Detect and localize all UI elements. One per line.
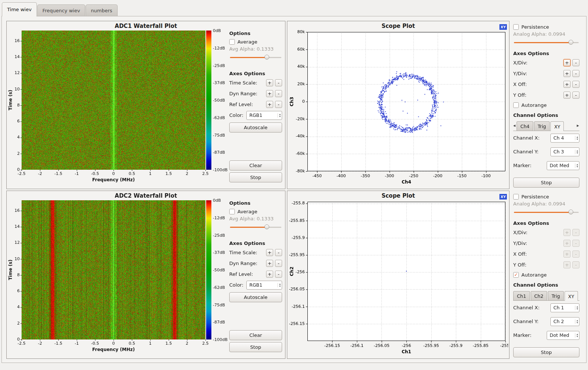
spin-down-icon[interactable]: ▾ <box>576 152 578 154</box>
slider-knob[interactable] <box>265 224 269 229</box>
tab-numbers[interactable]: numbers <box>86 4 118 16</box>
adc1-stop-button[interactable]: Stop <box>229 172 282 182</box>
scope1-yoff-plus-button[interactable]: + <box>563 92 571 99</box>
adc2-time-scale-minus-button[interactable]: - <box>275 249 282 256</box>
scope2-autorange-checkbox[interactable]: ✓ Autorange <box>513 270 579 279</box>
checkbox-icon[interactable] <box>513 24 519 30</box>
scope2-xdiv-plus-button[interactable]: + <box>563 229 571 236</box>
adc2-average-checkbox[interactable]: Average <box>229 207 282 216</box>
scope1-ydiv-plus-button[interactable]: + <box>563 70 571 77</box>
adc1-ref-level-minus-button[interactable]: - <box>275 101 282 108</box>
adc2-clear-button[interactable]: Clear <box>229 330 282 340</box>
scope2-persistence-checkbox[interactable]: Persistence <box>513 192 579 201</box>
spin-down-icon[interactable]: ▾ <box>576 322 578 324</box>
scope1-xdiv-plus-button[interactable]: + <box>563 59 571 66</box>
adc2-dyn-range-minus-button[interactable]: - <box>275 260 282 267</box>
slider-knob[interactable] <box>569 210 573 214</box>
adc2-ref-level-plus-button[interactable]: + <box>266 271 273 278</box>
scope2-yoff-minus-button[interactable]: - <box>572 261 579 268</box>
scope1-channel-y-combo[interactable]: Ch 3 ▴▾ <box>550 147 579 156</box>
adc1-autoscale-button[interactable]: Autoscale <box>229 122 282 133</box>
adc2-time-scale-plus-button[interactable]: + <box>266 249 273 256</box>
scope1-autorange-checkbox[interactable]: Autorange <box>513 101 579 109</box>
spinner-arrows-icon[interactable]: ▴▾ <box>575 306 578 310</box>
slider-knob[interactable] <box>569 40 573 45</box>
adc1-time-scale-minus-button[interactable]: - <box>275 79 282 86</box>
checkbox-icon[interactable] <box>229 39 235 45</box>
checkbox-icon[interactable] <box>513 102 519 108</box>
scope2-xoff-plus-button[interactable]: + <box>563 251 571 258</box>
channel-tabs-scroll-right-icon[interactable]: ▶ <box>577 124 579 131</box>
spin-down-icon[interactable]: ▾ <box>576 335 578 338</box>
scope1-stop-button[interactable]: Stop <box>513 178 579 188</box>
scope2-xy-plot[interactable] <box>287 200 508 357</box>
spinner-arrows-icon[interactable]: ▴▾ <box>575 150 578 154</box>
scope1-tab-xy[interactable]: XY <box>550 121 564 131</box>
adc1-dyn-range-minus-button[interactable]: - <box>275 90 282 97</box>
scope2-channel-x-combo[interactable]: Ch 1 ▴▾ <box>550 303 579 312</box>
scope1-tab-ch4[interactable]: Ch4 <box>517 121 533 131</box>
scope2-ydiv-minus-button[interactable]: - <box>572 240 579 247</box>
adc1-avg-alpha-slider[interactable] <box>230 55 281 60</box>
adc2-dyn-range-plus-button[interactable]: + <box>266 260 273 267</box>
scope2-tab-ch2[interactable]: Ch2 <box>531 291 547 300</box>
scope2-ydiv-plus-button[interactable]: + <box>563 240 571 247</box>
checkbox-checked-icon[interactable]: ✓ <box>513 272 519 278</box>
tab-frequency-view[interactable]: Frequency wiev <box>37 4 85 16</box>
scope2-tab-trig[interactable]: Trig <box>548 291 563 300</box>
scope1-channel-x-combo[interactable]: Ch 4 ▴▾ <box>550 134 579 143</box>
scope2-xoff-minus-button[interactable]: - <box>572 251 579 258</box>
adc1-ref-level-plus-button[interactable]: + <box>266 101 273 108</box>
adc2-color-combo[interactable]: RGB1 ▴ ▾ <box>246 281 282 290</box>
spinner-arrows-icon[interactable]: ▴ ▾ <box>278 113 281 118</box>
adc1-average-checkbox[interactable]: Average <box>229 37 282 46</box>
scope2-tab-xy[interactable]: XY <box>565 291 578 301</box>
analog-alpha-label: Analog Alpha: 0.0994 <box>513 201 579 208</box>
adc1-time-scale-plus-button[interactable]: + <box>266 79 273 86</box>
scope2-tab-ch1[interactable]: Ch1 <box>513 291 530 300</box>
spinner-arrows-icon[interactable]: ▴▾ <box>575 163 578 168</box>
adc2-autoscale-button[interactable]: Autoscale <box>229 292 282 302</box>
scope2-channel-y-combo[interactable]: Ch 2 ▴▾ <box>550 317 579 326</box>
tab-time-view[interactable]: Time wiev <box>2 2 37 16</box>
checkbox-icon[interactable] <box>513 194 519 200</box>
scope2-analog-alpha-slider[interactable] <box>514 210 579 215</box>
adc2-avg-alpha-slider[interactable] <box>230 224 281 230</box>
scope1-yoff-minus-button[interactable]: - <box>572 92 579 99</box>
spinner-arrows-icon[interactable]: ▴▾ <box>575 319 578 324</box>
scope2-yoff-plus-button[interactable]: + <box>563 261 571 268</box>
spinner-arrows-icon[interactable]: ▴▾ <box>575 333 578 338</box>
scope1-xdiv-minus-button[interactable]: - <box>572 59 579 66</box>
scope1-persistence-checkbox[interactable]: Persistence <box>513 22 579 31</box>
adc2-ref-level-minus-button[interactable]: - <box>275 271 282 278</box>
adc1-clear-button[interactable]: Clear <box>229 160 282 170</box>
spin-down-icon[interactable]: ▾ <box>576 308 578 310</box>
spin-down-icon[interactable]: ▾ <box>576 166 578 168</box>
scope1-xy-plot[interactable] <box>287 30 508 188</box>
adc1-color-combo[interactable]: RGB1 ▴ ▾ <box>246 111 282 120</box>
scope1-ydiv-minus-button[interactable]: - <box>572 70 579 77</box>
axes-options-header: Axes Options <box>513 220 579 226</box>
spinner-arrows-icon[interactable]: ▴▾ <box>575 136 578 140</box>
xdiv-label: X/Div: <box>513 230 562 235</box>
autorange-label: Autorange <box>521 272 547 278</box>
slider-knob[interactable] <box>265 55 269 60</box>
adc1-waterfall-plot[interactable] <box>7 30 209 185</box>
adc2-stop-button[interactable]: Stop <box>229 342 282 352</box>
spin-down-icon[interactable]: ▾ <box>279 115 281 118</box>
scope2-stop-button[interactable]: Stop <box>513 347 579 357</box>
checkbox-icon[interactable] <box>229 209 235 214</box>
adc2-waterfall-plot[interactable] <box>7 200 209 355</box>
adc1-dyn-range-plus-button[interactable]: + <box>266 90 273 97</box>
scope1-tab-trig[interactable]: Trig <box>534 121 550 131</box>
scope2-xdiv-minus-button[interactable]: - <box>572 229 579 236</box>
scope1-analog-alpha-slider[interactable] <box>514 40 579 45</box>
spin-down-icon[interactable]: ▾ <box>279 285 281 287</box>
spin-down-icon[interactable]: ▾ <box>576 138 578 140</box>
scope1-marker-combo[interactable]: Dot Med ▴▾ <box>547 161 579 170</box>
scope1-xoff-plus-button[interactable]: + <box>563 81 571 88</box>
channel-tabs-scroll-left-icon[interactable]: ◀ <box>513 124 517 131</box>
spinner-arrows-icon[interactable]: ▴ ▾ <box>278 283 281 287</box>
scope2-marker-combo[interactable]: Dot Med ▴▾ <box>547 331 579 340</box>
scope1-xoff-minus-button[interactable]: - <box>572 81 579 88</box>
